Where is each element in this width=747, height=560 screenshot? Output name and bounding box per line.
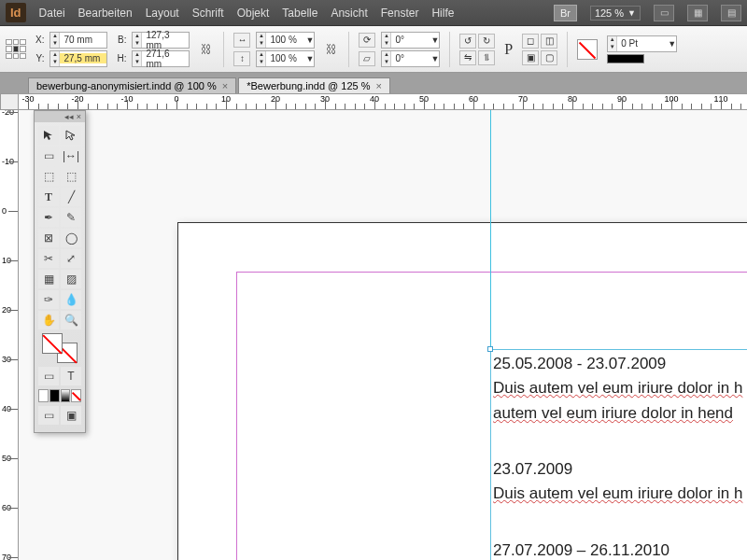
shear-field[interactable]: ▲▼0°▼ — [381, 50, 440, 67]
close-icon[interactable]: × — [222, 80, 228, 91]
view-mode-normal[interactable]: ▭ — [38, 406, 59, 425]
scissors-tool[interactable]: ✂ — [38, 249, 59, 268]
apply-nofill[interactable] — [71, 389, 81, 402]
menu-datei[interactable]: Datei — [39, 7, 65, 20]
text-line: autem vel eum iriure dolor in hend — [493, 404, 733, 422]
menu-bearbeiten[interactable]: Bearbeiten — [78, 7, 133, 20]
scale-y-field[interactable]: ▲▼100 %▼ — [256, 50, 315, 67]
selection-tool[interactable] — [38, 126, 59, 145]
select-content-icon[interactable]: ◫ — [541, 34, 557, 49]
control-bar: X: ▲▼70 mm Y: ▲▼27,5 mm B: ▲▼127,3 mm H:… — [0, 26, 747, 73]
rectangle-frame-tool[interactable]: ⊠ — [38, 229, 59, 247]
content-placer-tool[interactable]: ⬚ — [61, 167, 81, 186]
w-label: B: — [117, 35, 126, 45]
horizontal-ruler[interactable]: -30-20-100102030405060708090100110120130 — [19, 93, 747, 110]
menu-tabelle[interactable]: Tabelle — [282, 7, 317, 20]
hand-tool[interactable]: ✋ — [38, 311, 59, 329]
screen-mode-icon[interactable]: ▭ — [654, 5, 674, 21]
zoom-select[interactable]: 125 %▼ — [590, 6, 641, 21]
apply-none[interactable] — [38, 389, 49, 402]
x-field[interactable]: ▲▼70 mm — [49, 32, 107, 49]
gradient-swatch-tool[interactable]: ▦ — [38, 270, 59, 288]
rotate-icon: ⟳ — [359, 33, 375, 48]
document-canvas[interactable]: 25.05.2008 - 23.07.2009 Duis autem vel e… — [19, 110, 747, 560]
view-mode-preview[interactable]: ▣ — [61, 406, 81, 425]
y-field[interactable]: ▲▼27,5 mm — [49, 50, 107, 67]
apply-gradient[interactable] — [61, 389, 71, 402]
view-options-icon[interactable]: ▤ — [721, 5, 741, 21]
shear-icon: ▱ — [359, 51, 375, 66]
menu-fenster[interactable]: Fenster — [381, 7, 419, 20]
scale-x-icon: ↔ — [233, 33, 250, 48]
page-tool[interactable]: ▭ — [38, 147, 59, 165]
rotate-cw-icon[interactable]: ↻ — [478, 34, 495, 49]
app-logo: Id — [6, 3, 26, 22]
reference-point[interactable] — [6, 39, 26, 60]
tab-1[interactable]: *Bewerbung.indd @ 125 % × — [238, 77, 390, 93]
formatting-container-icon[interactable]: ▭ — [38, 367, 59, 385]
content-indicator: P — [504, 41, 513, 58]
menu-objekt[interactable]: Objekt — [237, 7, 270, 20]
rotate-field[interactable]: ▲▼0°▼ — [381, 32, 440, 49]
pen-tool[interactable]: ✒ — [38, 208, 59, 227]
tools-panel[interactable]: ◂◂ × ▭|↔| ⬚⬚ T╱ ✒✎ ⊠◯ ✂⤢ ▦▨ ✑💧 ✋🔍 ▭T ▭▣ — [34, 110, 86, 433]
h-field[interactable]: ▲▼271,6 mm — [132, 50, 190, 67]
gradient-feather-tool[interactable]: ▨ — [61, 270, 81, 288]
rectangle-tool[interactable]: ◯ — [61, 229, 81, 247]
constrain-scale-icon[interactable]: ⛓ — [324, 33, 339, 66]
bridge-button[interactable]: Br — [554, 5, 577, 21]
text-date-3: 27.07.2009 – 26.11.2010 — [493, 539, 747, 560]
pencil-tool[interactable]: ✎ — [61, 208, 81, 227]
ruler-origin[interactable] — [0, 93, 19, 110]
text-line: Duis autem vel eum iriure dolor in h — [493, 484, 742, 502]
flip-h-icon[interactable]: ⇋ — [459, 50, 476, 65]
panel-collapse-icon[interactable]: ◂◂ × — [35, 111, 85, 122]
line-tool[interactable]: ╱ — [61, 188, 81, 206]
type-tool[interactable]: T — [38, 188, 59, 206]
select-container-icon[interactable]: ◻ — [522, 34, 539, 49]
tab-label: bewerbung-anonymisiert.indd @ 100 % — [36, 80, 217, 91]
eyedropper-tool[interactable]: 💧 — [61, 290, 81, 309]
fit-content-icon[interactable]: ▢ — [541, 50, 557, 65]
menu-layout[interactable]: Layout — [146, 7, 179, 20]
w-field[interactable]: ▲▼127,3 mm — [132, 32, 190, 49]
stroke-weight-field[interactable]: ▲▼0 Pt▼ — [607, 35, 677, 52]
apply-color[interactable] — [49, 389, 60, 402]
fill-stroke-swatches[interactable] — [42, 333, 78, 363]
object-options-group: ◻ ◫ ▣ ▢ — [522, 34, 557, 65]
note-tool[interactable]: ✑ — [38, 290, 59, 309]
size-group: B: ▲▼127,3 mm H: ▲▼271,6 mm — [117, 32, 190, 67]
close-icon[interactable]: × — [375, 80, 381, 91]
text-date-2: 23.07.2009 — [493, 457, 747, 482]
flip-v-icon[interactable]: ⥮ — [478, 50, 495, 65]
free-transform-tool[interactable]: ⤢ — [61, 249, 81, 268]
zoom-tool[interactable]: 🔍 — [61, 311, 81, 329]
rotate-ccw-icon[interactable]: ↺ — [459, 34, 476, 49]
content-collector-tool[interactable]: ⬚ — [38, 167, 59, 186]
scale-x-field[interactable]: ▲▼100 %▼ — [256, 32, 315, 49]
fill-swatch[interactable] — [577, 39, 598, 60]
formatting-text-icon[interactable]: T — [61, 367, 81, 385]
document-tabs: bewerbung-anonymisiert.indd @ 100 % × *B… — [0, 73, 747, 93]
constrain-wh-icon[interactable]: ⛓ — [199, 33, 214, 66]
frame-handle[interactable] — [487, 346, 493, 352]
stroke-style[interactable] — [607, 54, 644, 63]
tab-label: *Bewerbung.indd @ 125 % — [247, 80, 370, 91]
stroke-group: ▲▼0 Pt▼ — [607, 35, 677, 63]
fit-frame-icon[interactable]: ▣ — [522, 50, 539, 65]
text-date-1: 25.05.2008 - 23.07.2009 — [493, 352, 747, 376]
arrange-icon[interactable]: ▦ — [687, 5, 708, 21]
menu-schrift[interactable]: Schrift — [192, 7, 224, 20]
text-frame[interactable]: 25.05.2008 - 23.07.2009 Duis autem vel e… — [490, 349, 747, 560]
menu-hilfe[interactable]: Hilfe — [431, 7, 454, 20]
gap-tool[interactable]: |↔| — [61, 147, 81, 165]
position-group: X: ▲▼70 mm Y: ▲▼27,5 mm — [35, 32, 107, 67]
document-text: 25.05.2008 - 23.07.2009 Duis autem vel e… — [493, 352, 747, 560]
rotate-group: ⟳ ▲▼0°▼ ▱ ▲▼0°▼ — [359, 32, 440, 67]
tab-0[interactable]: bewerbung-anonymisiert.indd @ 100 % × — [28, 77, 236, 93]
quick-rotate-group: ↺ ↻ ⇋ ⥮ — [459, 34, 495, 65]
text-line: Duis autem vel eum iriure dolor in h — [493, 379, 742, 397]
direct-selection-tool[interactable] — [61, 126, 81, 145]
vertical-ruler[interactable]: -20-100102030405060708090100 — [0, 110, 19, 560]
menu-ansicht[interactable]: Ansicht — [331, 7, 367, 20]
